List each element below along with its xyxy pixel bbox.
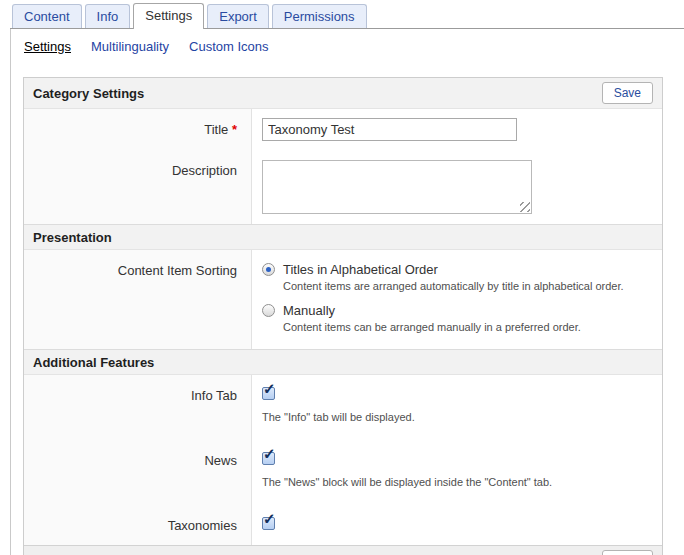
news-row: News ✓ The "News" block will be displaye… [24, 440, 662, 505]
sorting-label: Content Item Sorting [118, 263, 237, 278]
form-header: Category Settings Save [24, 78, 662, 109]
required-asterisk: * [232, 122, 237, 137]
info-tab-label: Info Tab [191, 388, 237, 403]
subtab-settings[interactable]: Settings [24, 39, 71, 54]
title-input[interactable] [262, 118, 517, 141]
checkbox-news[interactable]: ✓ [262, 452, 275, 465]
tab-info[interactable]: Info [85, 4, 131, 28]
news-info: The "News" block will be displayed insid… [262, 476, 650, 488]
tab-permissions[interactable]: Permissions [272, 4, 367, 28]
presentation-header: Presentation [24, 224, 662, 250]
taxonomies-field-cell: ✓ [252, 505, 662, 545]
radio-manually-label[interactable]: Manually [283, 303, 335, 318]
sorting-field-cell: Titles in Alphabetical Order Content ite… [252, 250, 662, 349]
description-field-cell [252, 151, 662, 224]
content-area: Settings Multilinguality Custom Icons Ca… [10, 29, 684, 555]
description-row: Description [24, 151, 662, 224]
title-label-cell: Title * [24, 109, 252, 151]
info-tab-field-cell: ✓ The "Info" tab will be displayed. [252, 375, 662, 440]
subtab-custom-icons[interactable]: Custom Icons [189, 39, 268, 54]
radio-alphabetical-label[interactable]: Titles in Alphabetical Order [283, 262, 438, 277]
checkmark-icon: ✓ [263, 446, 276, 461]
radio-manually[interactable] [262, 304, 275, 317]
page: Content Info Settings Export Permissions… [0, 0, 684, 555]
save-button-bottom[interactable]: Save [602, 550, 653, 555]
description-textarea[interactable] [262, 160, 532, 214]
presentation-title: Presentation [33, 230, 112, 245]
save-button-top[interactable]: Save [602, 82, 653, 104]
info-tab-info: The "Info" tab will be displayed. [262, 411, 650, 423]
tab-bar: Content Info Settings Export Permissions [10, 0, 684, 29]
resize-grip-icon[interactable] [520, 202, 530, 212]
taxonomies-row: Taxonomies ✓ [24, 505, 662, 545]
checkmark-icon: ✓ [263, 511, 276, 526]
title-field-cell [252, 109, 662, 151]
category-settings-form: Category Settings Save Title * Descripti… [23, 77, 663, 555]
checkbox-taxonomies[interactable]: ✓ [262, 517, 275, 530]
description-label: Description [172, 163, 237, 178]
tab-export[interactable]: Export [207, 4, 269, 28]
title-row: Title * [24, 109, 662, 151]
radio-alphabetical[interactable] [262, 263, 275, 276]
form-title: Category Settings [33, 86, 144, 101]
title-label: Title [204, 122, 228, 137]
form-footer: * Required Save [24, 545, 662, 555]
additional-features-title: Additional Features [33, 355, 154, 370]
sorting-option-manually: Manually Content items can be arranged m… [262, 303, 650, 333]
news-field-cell: ✓ The "News" block will be displayed ins… [252, 440, 662, 505]
sorting-alphabetical-info: Content items are arranged automatically… [283, 280, 650, 292]
subtab-multilinguality[interactable]: Multilinguality [91, 39, 169, 54]
info-tab-row: Info Tab ✓ The "Info" tab will be displa… [24, 375, 662, 440]
checkbox-info-tab[interactable]: ✓ [262, 387, 275, 400]
additional-features-header: Additional Features [24, 349, 662, 375]
taxonomies-label-cell: Taxonomies [24, 505, 252, 545]
radio-dot-icon [266, 267, 271, 272]
checkmark-icon: ✓ [263, 381, 276, 396]
tab-settings[interactable]: Settings [133, 3, 204, 29]
sorting-option-alphabetical: Titles in Alphabetical Order Content ite… [262, 262, 650, 292]
subtab-bar: Settings Multilinguality Custom Icons [11, 29, 684, 64]
tab-content[interactable]: Content [12, 4, 82, 28]
news-label: News [204, 453, 237, 468]
description-label-cell: Description [24, 151, 252, 224]
news-label-cell: News [24, 440, 252, 505]
taxonomies-label: Taxonomies [168, 518, 237, 533]
info-tab-label-cell: Info Tab [24, 375, 252, 440]
sorting-manually-info: Content items can be arranged manually i… [283, 321, 650, 333]
sorting-label-cell: Content Item Sorting [24, 250, 252, 349]
sorting-row: Content Item Sorting Titles in Alphabeti… [24, 250, 662, 349]
